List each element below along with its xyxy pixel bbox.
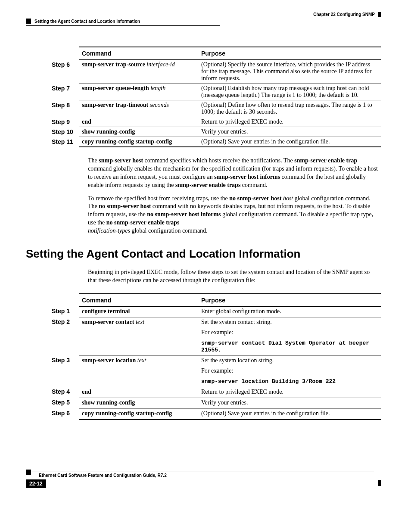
section-intro: Beginning in privileged EXEC mode, follo… (88, 268, 379, 285)
purpose-cell: (Optional) Establish how many trap messa… (199, 84, 381, 100)
section-heading: Setting the Agent Contact and Location I… (26, 247, 381, 261)
purpose-cell: (Optional) Define how often to resend tr… (199, 100, 381, 117)
table-row: Step 8snmp-server trap-timeout seconds(O… (49, 100, 381, 117)
command-cell: snmp-server contact text (79, 317, 199, 355)
command-cell: snmp-server trap-source interface-id (79, 60, 199, 84)
table-row: Step 9endReturn to privileged EXEC mode. (49, 117, 381, 127)
purpose-cell: (Optional) Save your entries in the conf… (199, 408, 381, 420)
command-cell: configure terminal (79, 306, 199, 317)
table-row: Step 4endReturn to privileged EXEC mode. (49, 387, 381, 398)
col-purpose: Purpose (199, 47, 381, 60)
command-cell: show running-config (79, 398, 199, 408)
purpose-cell: Return to privileged EXEC mode. (199, 387, 381, 398)
step-label: Step 3 (49, 355, 79, 387)
header-block-icon (26, 19, 31, 24)
step-label: Step 1 (49, 306, 79, 317)
col-purpose: Purpose (199, 294, 381, 307)
command-table-1: Command Purpose Step 6snmp-server trap-s… (49, 47, 381, 147)
chapter-header: Chapter 22 Configuring SNMP (313, 12, 381, 17)
command-cell: show running-config (79, 127, 199, 137)
command-cell: end (79, 117, 199, 127)
command-cell: end (79, 387, 199, 398)
table-row: Step 1configure terminalEnter global con… (49, 306, 381, 317)
step-label: Step 7 (49, 84, 79, 100)
purpose-cell: Verify your entries. (199, 398, 381, 408)
section-header: Setting the Agent Contact and Location I… (34, 19, 140, 24)
col-command: Command (79, 47, 199, 60)
command-table-2: Command Purpose Step 1configure terminal… (49, 293, 381, 420)
step-label: Step 8 (49, 100, 79, 117)
footer-block-icon (26, 470, 31, 475)
table-row: Step 6snmp-server trap-source interface-… (49, 60, 381, 84)
table-row: Step 11copy running-config startup-confi… (49, 137, 381, 147)
step-label: Step 6 (49, 60, 79, 84)
command-cell: copy running-config startup-config (79, 408, 199, 420)
table-row: Step 5show running-configVerify your ent… (49, 398, 381, 408)
purpose-cell: Enter global configuration mode. (199, 306, 381, 317)
command-cell: snmp-server trap-timeout seconds (79, 100, 199, 117)
col-command: Command (79, 294, 199, 307)
step-label: Step 9 (49, 117, 79, 127)
step-label: Step 4 (49, 387, 79, 398)
step-label: Step 11 (49, 137, 79, 147)
purpose-cell: Return to privileged EXEC mode. (199, 117, 381, 127)
command-cell: snmp-server queue-length length (79, 84, 199, 100)
purpose-cell: Verify your entries. (199, 127, 381, 137)
command-cell: copy running-config startup-config (79, 137, 199, 147)
step-label: Step 6 (49, 408, 79, 420)
purpose-cell: (Optional) Save your entries in the conf… (199, 137, 381, 147)
step-label: Step 5 (49, 398, 79, 408)
body-paragraphs: The snmp-server host command specifies w… (88, 157, 379, 235)
command-cell: snmp-server location text (79, 355, 199, 387)
table-row: Step 10show running-configVerify your en… (49, 127, 381, 137)
table-row: Step 7snmp-server queue-length length(Op… (49, 84, 381, 100)
footer-title: Ethernet Card Software Feature and Confi… (39, 473, 374, 478)
table-row: Step 3snmp-server location textSet the s… (49, 355, 381, 387)
purpose-cell: (Optional) Specify the source interface,… (199, 60, 381, 84)
purpose-cell: Set the system contact string.For exampl… (199, 317, 381, 355)
table-row: Step 6copy running-config startup-config… (49, 408, 381, 420)
step-label: Step 10 (49, 127, 79, 137)
step-label: Step 2 (49, 317, 79, 355)
page-number: 22-12 (26, 479, 46, 488)
purpose-cell: Set the system location string.For examp… (199, 355, 381, 387)
table-row: Step 2snmp-server contact textSet the sy… (49, 317, 381, 355)
